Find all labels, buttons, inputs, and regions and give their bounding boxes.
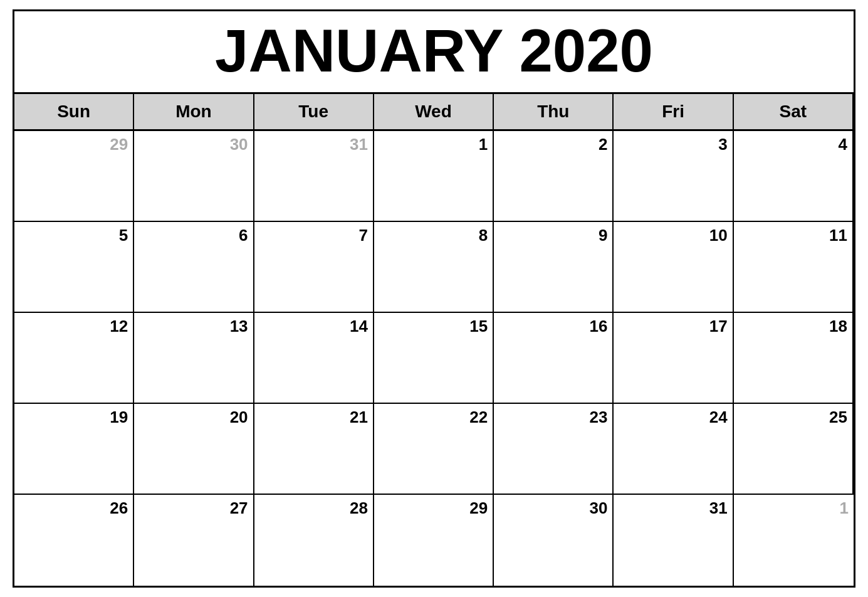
day-cell[interactable]: 10: [614, 222, 733, 313]
day-header-sat: Sat: [734, 94, 854, 131]
day-cell[interactable]: 22: [374, 404, 494, 495]
day-number: 18: [734, 317, 847, 336]
day-cell[interactable]: 1: [734, 495, 854, 586]
day-number: 31: [254, 135, 368, 154]
day-number: 7: [254, 226, 368, 245]
day-number: 19: [14, 408, 128, 427]
day-header-tue: Tue: [254, 94, 374, 131]
calendar-grid: SunMonTueWedThuFriSat2930311234567891011…: [14, 94, 854, 586]
day-number: 3: [614, 135, 727, 154]
day-cell[interactable]: 27: [134, 495, 254, 586]
day-header-wed: Wed: [374, 94, 494, 131]
day-cell[interactable]: 23: [494, 404, 614, 495]
day-cell[interactable]: 1: [374, 131, 494, 222]
day-number: 25: [734, 408, 847, 427]
day-cell[interactable]: 31: [614, 495, 733, 586]
day-number: 4: [734, 135, 847, 154]
day-cell[interactable]: 28: [254, 495, 374, 586]
day-cell[interactable]: 13: [134, 313, 254, 404]
day-number: 5: [14, 226, 128, 245]
day-cell[interactable]: 31: [254, 131, 374, 222]
day-number: 6: [134, 226, 248, 245]
day-number: 22: [374, 408, 488, 427]
day-header-thu: Thu: [494, 94, 614, 131]
day-cell[interactable]: 19: [14, 404, 134, 495]
day-number: 29: [374, 499, 488, 518]
day-number: 24: [614, 408, 727, 427]
day-cell[interactable]: 30: [134, 131, 254, 222]
day-number: 26: [14, 499, 128, 518]
day-cell[interactable]: 15: [374, 313, 494, 404]
day-cell[interactable]: 14: [254, 313, 374, 404]
day-cell[interactable]: 16: [494, 313, 614, 404]
day-cell[interactable]: 4: [734, 131, 854, 222]
day-header-mon: Mon: [134, 94, 254, 131]
day-cell[interactable]: 24: [614, 404, 733, 495]
day-number: 29: [14, 135, 128, 154]
day-cell[interactable]: 7: [254, 222, 374, 313]
day-number: 27: [134, 499, 248, 518]
day-number: 2: [494, 135, 607, 154]
day-number: 9: [494, 226, 607, 245]
day-number: 1: [734, 499, 849, 518]
day-number: 8: [374, 226, 488, 245]
day-cell[interactable]: 2: [494, 131, 614, 222]
day-header-fri: Fri: [614, 94, 733, 131]
day-number: 10: [614, 226, 727, 245]
day-cell[interactable]: 30: [494, 495, 614, 586]
day-number: 1: [374, 135, 488, 154]
day-number: 31: [614, 499, 727, 518]
day-number: 14: [254, 317, 368, 336]
day-cell[interactable]: 20: [134, 404, 254, 495]
calendar-title: JANUARY 2020: [14, 11, 854, 95]
day-number: 15: [374, 317, 488, 336]
day-cell[interactable]: 12: [14, 313, 134, 404]
day-number: 23: [494, 408, 607, 427]
day-cell[interactable]: 25: [734, 404, 854, 495]
day-cell[interactable]: 21: [254, 404, 374, 495]
day-number: 21: [254, 408, 368, 427]
day-cell[interactable]: 11: [734, 222, 854, 313]
day-number: 17: [614, 317, 727, 336]
day-number: 28: [254, 499, 368, 518]
calendar: JANUARY 2020 SunMonTueWedThuFriSat293031…: [13, 9, 855, 588]
day-cell[interactable]: 29: [374, 495, 494, 586]
day-cell[interactable]: 5: [14, 222, 134, 313]
day-cell[interactable]: 6: [134, 222, 254, 313]
day-number: 16: [494, 317, 607, 336]
day-cell[interactable]: 9: [494, 222, 614, 313]
day-number: 20: [134, 408, 248, 427]
day-number: 13: [134, 317, 248, 336]
day-cell[interactable]: 3: [614, 131, 733, 222]
day-number: 30: [494, 499, 607, 518]
day-cell[interactable]: 17: [614, 313, 733, 404]
day-header-sun: Sun: [14, 94, 134, 131]
day-cell[interactable]: 18: [734, 313, 854, 404]
day-cell[interactable]: 29: [14, 131, 134, 222]
day-number: 11: [734, 226, 847, 245]
day-cell[interactable]: 8: [374, 222, 494, 313]
day-number: 12: [14, 317, 128, 336]
day-cell[interactable]: 26: [14, 495, 134, 586]
day-number: 30: [134, 135, 248, 154]
